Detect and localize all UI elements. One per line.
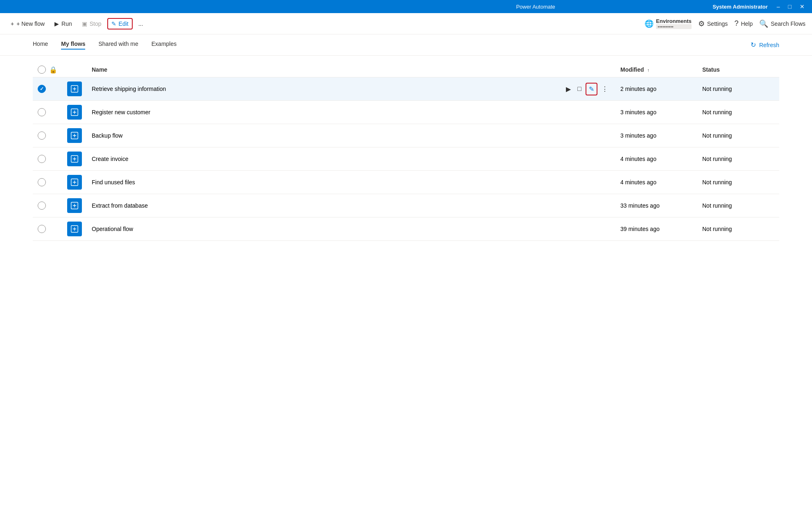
flow-name: Backup flow (92, 132, 122, 139)
environments-button[interactable]: 🌐 Environments •••••••••• (645, 18, 692, 29)
help-label: Help (741, 20, 753, 27)
flow-name: Operational flow (92, 226, 133, 232)
environment-sub: •••••••••• (656, 24, 692, 29)
app-title: Power Automate (359, 4, 712, 10)
header-status: Status (697, 62, 779, 77)
flow-type-icon (67, 152, 82, 166)
table-row: Backup flow3 minutes agoNot running (33, 124, 779, 147)
flow-status: Not running (697, 217, 779, 241)
refresh-button[interactable]: ↻ Refresh (751, 41, 779, 49)
flow-modified: 39 minutes ago (615, 217, 697, 241)
header-actions (559, 62, 615, 77)
edit-button[interactable]: ✎ Edit (107, 18, 133, 29)
close-button[interactable]: ✕ (797, 2, 807, 11)
title-bar-right: System Administrator – □ ✕ (712, 2, 807, 11)
flow-status: Not running (697, 171, 779, 194)
user-name: System Administrator (712, 4, 768, 10)
table-row: Register new customer3 minutes agoNot ru… (33, 101, 779, 124)
search-button[interactable]: 🔍 Search Flows (759, 19, 805, 28)
table-row: Find unused files4 minutes agoNot runnin… (33, 171, 779, 194)
settings-label: Settings (707, 20, 728, 27)
header-icon (62, 62, 87, 77)
flow-type-icon (67, 128, 82, 143)
flow-status: Not running (697, 101, 779, 124)
flow-name: Register new customer (92, 109, 150, 115)
settings-icon: ⚙ (698, 19, 705, 28)
toolbar-right: 🌐 Environments •••••••••• ⚙ Settings ? H… (645, 18, 805, 29)
help-icon: ? (734, 19, 738, 28)
run-label: Run (61, 20, 72, 27)
tab-my-flows[interactable]: My flows (61, 41, 85, 50)
settings-button[interactable]: ⚙ Settings (698, 19, 728, 28)
flow-modified: 4 minutes ago (615, 147, 697, 171)
flow-status: Not running (697, 147, 779, 171)
row-share-button[interactable]: □ (575, 84, 584, 94)
tab-examples[interactable]: Examples (152, 41, 176, 50)
restore-button[interactable]: □ (786, 2, 794, 11)
refresh-label: Refresh (759, 42, 779, 48)
globe-icon: 🌐 (645, 19, 654, 28)
flow-modified: 3 minutes ago (615, 124, 697, 147)
new-flow-label: + New flow (16, 20, 45, 27)
row-checkbox[interactable] (38, 225, 46, 233)
search-icon: 🔍 (759, 19, 768, 28)
flow-modified: 33 minutes ago (615, 194, 697, 217)
header-check-area: 🔒 (38, 66, 57, 74)
flow-status: Not running (697, 124, 779, 147)
header-name: Name (87, 62, 559, 77)
row-edit-button[interactable]: ✎ (586, 83, 597, 95)
row-checkbox[interactable] (38, 131, 46, 140)
header-check: 🔒 (33, 62, 62, 77)
title-bar: Power Automate System Administrator – □ … (0, 0, 812, 13)
row-checkbox[interactable] (38, 202, 46, 210)
help-button[interactable]: ? Help (734, 19, 753, 28)
row-checkbox[interactable] (38, 85, 46, 93)
row-more-button[interactable]: ⋮ (599, 84, 611, 95)
flow-type-icon (67, 198, 82, 213)
stop-icon: ▣ (82, 20, 87, 27)
toolbar: + + New flow ▶ Run ▣ Stop ✎ Edit ... 🌐 E… (0, 13, 812, 34)
row-actions: ▶□✎⋮ (563, 83, 611, 95)
flow-status: Not running (697, 194, 779, 217)
new-flow-button[interactable]: + + New flow (7, 18, 49, 29)
header-modified[interactable]: Modified ↑ (615, 62, 697, 77)
row-run-button[interactable]: ▶ (563, 84, 573, 95)
header-flow-icon: 🔒 (49, 66, 57, 74)
table-row: Extract from database33 minutes agoNot r… (33, 194, 779, 217)
environments-block: Environments •••••••••• (656, 18, 692, 29)
more-icon: ... (138, 20, 143, 27)
search-flows-label: Search Flows (771, 20, 805, 27)
table-row: Retrieve shipping information▶□✎⋮2 minut… (33, 77, 779, 101)
window-controls: – □ ✕ (774, 2, 807, 11)
edit-icon: ✎ (111, 20, 116, 27)
edit-label: Edit (119, 20, 129, 27)
flow-modified: 2 minutes ago (615, 77, 697, 101)
environments-label: Environments (656, 18, 692, 24)
flow-type-icon (67, 222, 82, 236)
select-all-checkbox[interactable] (38, 66, 46, 74)
refresh-icon: ↻ (751, 41, 756, 49)
sort-arrow-icon: ↑ (647, 68, 649, 72)
tab-shared[interactable]: Shared with me (98, 41, 138, 50)
minimize-button[interactable]: – (774, 2, 783, 11)
run-button[interactable]: ▶ Run (50, 18, 76, 29)
flow-type-icon (67, 105, 82, 120)
stop-button[interactable]: ▣ Stop (78, 18, 106, 29)
flows-table: 🔒 Name Modified ↑ Status Retrieve shippi… (33, 62, 779, 241)
row-checkbox[interactable] (38, 108, 46, 116)
table-header: 🔒 Name Modified ↑ Status (33, 62, 779, 77)
flow-name: Find unused files (92, 179, 135, 186)
flow-modified: 3 minutes ago (615, 101, 697, 124)
row-checkbox[interactable] (38, 178, 46, 186)
table-row: Create invoice4 minutes agoNot running (33, 147, 779, 171)
flow-type-icon (67, 175, 82, 190)
flow-name: Extract from database (92, 202, 148, 209)
tab-home[interactable]: Home (33, 41, 48, 50)
flow-modified: 4 minutes ago (615, 171, 697, 194)
flow-status: Not running (697, 77, 779, 101)
flow-name: Create invoice (92, 156, 129, 162)
run-icon: ▶ (54, 20, 59, 27)
table-header-row: 🔒 Name Modified ↑ Status (33, 62, 779, 77)
row-checkbox[interactable] (38, 155, 46, 163)
more-button[interactable]: ... (134, 18, 147, 29)
